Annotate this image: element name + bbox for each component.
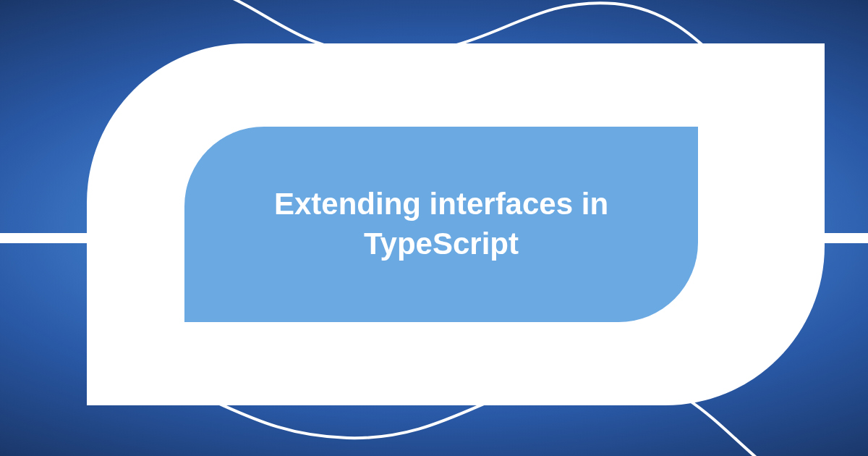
page-title: Extending interfaces in TypeScript — [184, 185, 698, 263]
inner-blue-panel: Extending interfaces in TypeScript — [184, 127, 698, 322]
